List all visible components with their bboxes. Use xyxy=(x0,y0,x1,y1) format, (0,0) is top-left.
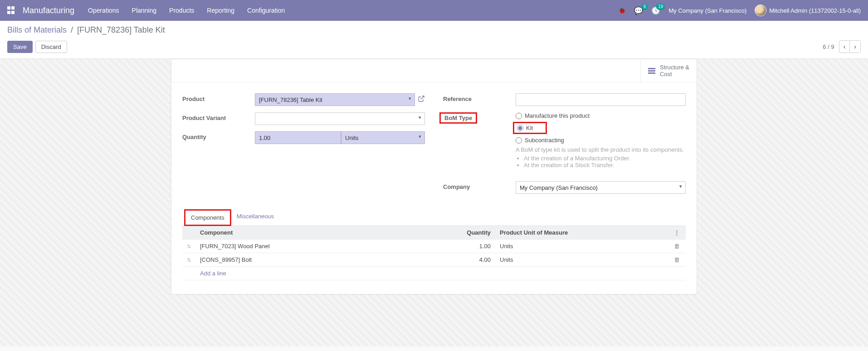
apps-icon[interactable] xyxy=(7,6,15,14)
th-kebab-icon[interactable]: ⋮ xyxy=(668,226,686,240)
menu-operations[interactable]: Operations xyxy=(88,7,119,14)
discard-button[interactable]: Discard xyxy=(35,41,67,53)
app-brand[interactable]: Manufacturing xyxy=(23,6,74,15)
th-qty: Quantity xyxy=(441,226,495,240)
avatar xyxy=(755,5,766,16)
pager-next[interactable]: › xyxy=(850,41,860,53)
qty-label: Quantity xyxy=(182,131,255,140)
breadcrumb-root[interactable]: Bills of Materials xyxy=(7,25,67,34)
delete-row-icon[interactable]: 🗑 xyxy=(674,256,680,263)
breadcrumb-current: [FURN_78236] Table Kit xyxy=(77,25,165,34)
reference-field[interactable] xyxy=(516,93,686,106)
messages-icon[interactable]: 💬6 xyxy=(634,6,643,15)
pager-text: 6 / 9 xyxy=(823,43,834,50)
add-line-row: Add a line xyxy=(182,267,686,280)
radio-subcontracting[interactable]: Subcontracting xyxy=(516,137,686,144)
radio-subcontracting-label: Subcontracting xyxy=(525,137,564,144)
activities-icon[interactable]: 🕓19 xyxy=(651,6,660,15)
stat-label2: Cost xyxy=(660,71,689,77)
company-field[interactable] xyxy=(516,181,686,194)
bom-type-help: A BoM of type kit is used to split the p… xyxy=(516,146,686,168)
radio-manufacture[interactable]: Manufacture this product xyxy=(516,112,686,119)
cell-uom[interactable]: Units xyxy=(495,240,668,253)
save-button[interactable]: Save xyxy=(7,41,33,53)
bom-type-label: BoM Type xyxy=(439,112,477,124)
breadcrumb: Bills of Materials / [FURN_78236] Table … xyxy=(7,25,861,35)
cell-component[interactable]: [FURN_7023] Wood Panel xyxy=(195,240,441,253)
pager-prev[interactable]: ‹ xyxy=(839,41,850,53)
components-table: Component Quantity Product Unit of Measu… xyxy=(182,226,686,280)
menu-products[interactable]: Products xyxy=(169,7,194,14)
pager: 6 / 9 ‹ › xyxy=(823,40,861,53)
navbar: Manufacturing Operations Planning Produc… xyxy=(0,0,868,21)
user-name: Mitchell Admin (11372002-15-0-all) xyxy=(769,7,861,14)
messages-badge: 6 xyxy=(642,4,648,10)
qty-unit-field[interactable] xyxy=(341,131,425,144)
cell-component[interactable]: [CONS_89957] Bolt xyxy=(195,253,441,267)
radio-subcontracting-input[interactable] xyxy=(516,137,522,144)
radio-kit[interactable]: Kit xyxy=(517,125,533,131)
menu-planning[interactable]: Planning xyxy=(132,7,157,14)
radio-manufacture-label: Manufacture this product xyxy=(525,112,590,119)
product-label: Product xyxy=(182,93,255,102)
stat-label1: Structure & xyxy=(660,64,689,71)
radio-kit-highlight: Kit xyxy=(513,122,547,134)
drag-handle-icon[interactable]: ⇅ xyxy=(187,257,191,263)
stat-bar: Structure & Cost xyxy=(171,59,697,82)
activities-badge: 19 xyxy=(656,4,665,10)
user-menu[interactable]: Mitchell Admin (11372002-15-0-all) xyxy=(755,5,861,16)
th-component: Component xyxy=(195,226,441,240)
product-field[interactable] xyxy=(255,93,415,106)
add-line-link[interactable]: Add a line xyxy=(200,270,226,277)
debug-icon[interactable]: 🐞 xyxy=(618,7,626,14)
breadcrumb-sep: / xyxy=(71,25,73,34)
variant-field[interactable] xyxy=(255,112,425,125)
help-b2: At the creation of a Stock Transfer. xyxy=(524,162,686,168)
bars-icon xyxy=(648,68,655,74)
cell-qty[interactable]: 4.00 xyxy=(441,253,495,267)
radio-manufacture-input[interactable] xyxy=(516,113,522,119)
cell-qty[interactable]: 1.00 xyxy=(441,240,495,253)
table-row[interactable]: ⇅ [FURN_7023] Wood Panel 1.00 Units 🗑 xyxy=(182,240,686,253)
form-col-left: Product Product Variant xyxy=(182,93,425,200)
tab-components[interactable]: Components xyxy=(184,209,231,226)
company-label: Company xyxy=(443,181,516,190)
components-pane: Component Quantity Product Unit of Measu… xyxy=(182,226,686,289)
control-panel: Bills of Materials / [FURN_78236] Table … xyxy=(0,21,868,59)
radio-kit-label: Kit xyxy=(526,125,533,131)
drag-handle-icon[interactable]: ⇅ xyxy=(187,244,191,249)
menu-configuration[interactable]: Configuration xyxy=(247,7,285,14)
main-area: Structure & Cost Product xyxy=(0,59,868,346)
structure-cost-button[interactable]: Structure & Cost xyxy=(640,59,697,82)
radio-kit-input[interactable] xyxy=(517,125,523,131)
table-row[interactable]: ⇅ [CONS_89957] Bolt 4.00 Units 🗑 xyxy=(182,253,686,267)
tabs: Components Miscellaneous xyxy=(182,209,686,226)
help-b1: At the creation of a Manufacturing Order… xyxy=(524,155,686,162)
variant-label: Product Variant xyxy=(182,112,255,121)
main-menu: Operations Planning Products Reporting C… xyxy=(88,7,618,14)
external-link-icon[interactable] xyxy=(418,95,425,104)
svg-line-0 xyxy=(421,96,424,99)
bom-type-label-wrap: BoM Type xyxy=(443,112,516,121)
help-intro: A BoM of type kit is used to split the p… xyxy=(516,146,686,153)
form-sheet: Structure & Cost Product xyxy=(171,59,697,294)
cell-uom[interactable]: Units xyxy=(495,253,668,267)
qty-field[interactable] xyxy=(255,131,341,144)
reference-label: Reference xyxy=(443,93,516,102)
company-selector[interactable]: My Company (San Francisco) xyxy=(668,7,746,14)
tab-miscellaneous[interactable]: Miscellaneous xyxy=(231,209,279,226)
menu-reporting[interactable]: Reporting xyxy=(207,7,234,14)
th-handle xyxy=(182,226,195,240)
delete-row-icon[interactable]: 🗑 xyxy=(674,243,680,250)
th-uom: Product Unit of Measure xyxy=(495,226,668,240)
form-col-right: Reference BoM Type xyxy=(443,93,686,200)
